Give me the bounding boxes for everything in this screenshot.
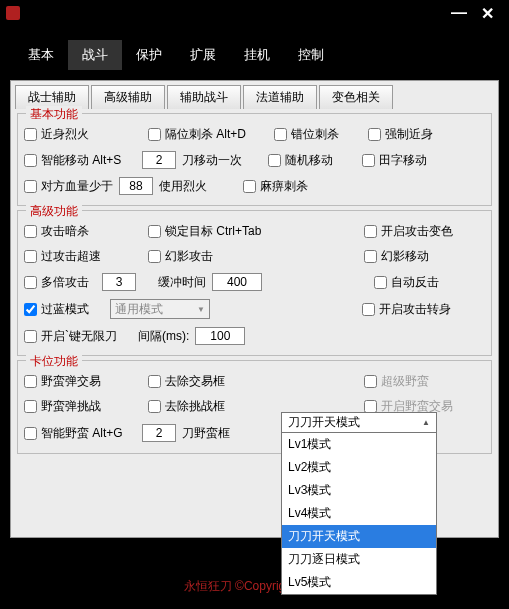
cb-multi-atk[interactable]: 多倍攻击 [24, 274, 96, 291]
dropdown-item[interactable]: Lv2模式 [282, 456, 436, 479]
group-advanced: 高级功能 攻击暗杀 锁定目标 Ctrl+Tab 开启攻击变色 过攻击超速 幻影攻… [17, 210, 492, 356]
cb-lock-target[interactable]: 锁定目标 Ctrl+Tab [148, 223, 358, 240]
dropdown-item[interactable]: Lv4模式 [282, 502, 436, 525]
label-use-fire: 使用烈火 [159, 178, 237, 195]
cb-super-wild[interactable]: 超级野蛮 [364, 373, 429, 390]
label-buffer: 缓冲时间 [158, 274, 206, 291]
cb-over-speed[interactable]: 过攻击超速 [24, 248, 142, 265]
dropdown-item[interactable]: 刀刀开天模式 [282, 525, 436, 548]
cb-near-fire[interactable]: 近身烈火 [24, 126, 142, 143]
dropdown-item[interactable]: Lv3模式 [282, 479, 436, 502]
menu-basic[interactable]: 基本 [14, 40, 68, 70]
group-basic-title: 基本功能 [26, 106, 82, 123]
cb-phantom-atk[interactable]: 幻影攻击 [148, 248, 358, 265]
cb-phantom-move[interactable]: 幻影移动 [364, 248, 429, 265]
cb-para-kill[interactable]: 麻痹刺杀 [243, 178, 331, 195]
tabbar: 战士辅助 高级辅助 辅助战斗 法道辅助 变色相关 [11, 81, 498, 109]
input-smart-move[interactable] [142, 151, 176, 169]
chevron-up-icon: ▲ [422, 418, 430, 427]
label-interval: 间隔(ms): [138, 328, 189, 345]
dropdown-header[interactable]: 刀刀开天模式 ▲ [282, 413, 436, 433]
cb-open-color[interactable]: 开启攻击变色 [364, 223, 453, 240]
cb-wrong-kill[interactable]: 错位刺杀 [274, 126, 362, 143]
label-wild-frame: 刀野蛮框 [182, 425, 242, 442]
tab-mage[interactable]: 法道辅助 [243, 85, 317, 109]
dropdown-item[interactable]: 刀刀逐日模式 [282, 548, 436, 571]
cb-smart-wild[interactable]: 智能野蛮 Alt+G [24, 425, 136, 442]
label-knife-once: 刀移动一次 [182, 152, 262, 169]
menu-control[interactable]: 控制 [284, 40, 338, 70]
group-basic: 基本功能 近身烈火 隔位刺杀 Alt+D 错位刺杀 强制近身 智能移动 Alt+… [17, 113, 492, 206]
group-advanced-title: 高级功能 [26, 203, 82, 220]
cb-wild-trade[interactable]: 野蛮弹交易 [24, 373, 142, 390]
input-buffer[interactable] [212, 273, 262, 291]
cb-random-move[interactable]: 随机移动 [268, 152, 356, 169]
chevron-down-icon: ▼ [197, 305, 205, 314]
close-button[interactable]: ✕ [473, 4, 501, 23]
cb-assassin[interactable]: 攻击暗杀 [24, 223, 142, 240]
main-panel: 战士辅助 高级辅助 辅助战斗 法道辅助 变色相关 基本功能 近身烈火 隔位刺杀 … [10, 80, 499, 538]
cb-smart-move[interactable]: 智能移动 Alt+S [24, 152, 136, 169]
input-multi[interactable] [102, 273, 136, 291]
cb-slot-kill[interactable]: 隔位刺杀 Alt+D [148, 126, 268, 143]
dropdown-item[interactable]: Lv1模式 [282, 433, 436, 456]
tab-advanced[interactable]: 高级辅助 [91, 85, 165, 109]
cb-infinite[interactable]: 开启`键无限刀 [24, 328, 132, 345]
menu-afk[interactable]: 挂机 [230, 40, 284, 70]
input-hp[interactable] [119, 177, 153, 195]
tab-assist[interactable]: 辅助战斗 [167, 85, 241, 109]
minimize-button[interactable]: — [445, 4, 473, 22]
cb-field-move[interactable]: 田字移动 [362, 152, 452, 169]
group-stuck-title: 卡位功能 [26, 353, 82, 370]
cb-hp-less[interactable]: 对方血量少于 [24, 178, 113, 195]
cb-over-blue[interactable]: 过蓝模式 [24, 301, 104, 318]
titlebar: — ✕ [0, 0, 509, 26]
menu-protect[interactable]: 保护 [122, 40, 176, 70]
cb-wild-challenge[interactable]: 野蛮弹挑战 [24, 398, 142, 415]
input-smart-wild[interactable] [142, 424, 176, 442]
dropdown-item[interactable]: Lv5模式 [282, 571, 436, 594]
input-interval[interactable] [195, 327, 245, 345]
cb-remove-trade[interactable]: 去除交易框 [148, 373, 358, 390]
cb-auto-counter[interactable]: 自动反击 [374, 274, 439, 291]
menu-combat[interactable]: 战斗 [68, 40, 122, 70]
combo-over-blue[interactable]: 通用模式▼ [110, 299, 210, 319]
menubar: 基本 战斗 保护 扩展 挂机 控制 [0, 26, 509, 80]
dropdown-mode[interactable]: 刀刀开天模式 ▲ Lv1模式 Lv2模式 Lv3模式 Lv4模式 刀刀开天模式 … [281, 412, 437, 595]
cb-force-near[interactable]: 强制近身 [368, 126, 458, 143]
tab-color[interactable]: 变色相关 [319, 85, 393, 109]
app-icon [6, 6, 20, 20]
cb-open-turn[interactable]: 开启攻击转身 [362, 301, 451, 318]
menu-extend[interactable]: 扩展 [176, 40, 230, 70]
